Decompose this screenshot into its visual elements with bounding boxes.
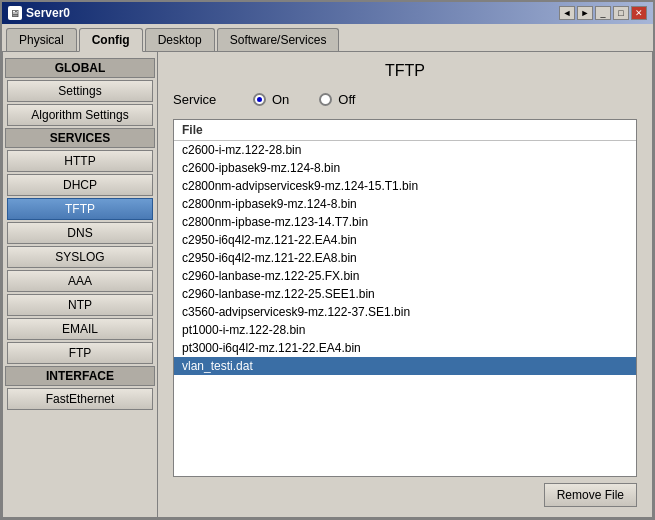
main-panel: TFTP Service On Off F bbox=[158, 52, 652, 517]
sidebar: GLOBAL Settings Algorithm Settings SERVI… bbox=[3, 52, 158, 517]
file-item[interactable]: c2950-i6q4l2-mz.121-22.EA4.bin bbox=[174, 231, 636, 249]
window-icon: 🖥 bbox=[8, 6, 22, 20]
tab-bar: Physical Config Desktop Software/Service… bbox=[2, 24, 653, 51]
nav-back-btn[interactable]: ◄ bbox=[559, 6, 575, 20]
sidebar-btn-dns[interactable]: DNS bbox=[7, 222, 153, 244]
maximize-btn[interactable]: □ bbox=[613, 6, 629, 20]
file-item[interactable]: c3560-advipservicesk9-mz.122-37.SE1.bin bbox=[174, 303, 636, 321]
title-bar: 🖥 Server0 ◄ ► _ □ ✕ bbox=[2, 2, 653, 24]
tab-physical[interactable]: Physical bbox=[6, 28, 77, 51]
file-item[interactable]: c2800nm-ipbase-mz.123-14.T7.bin bbox=[174, 213, 636, 231]
tab-software-services[interactable]: Software/Services bbox=[217, 28, 340, 51]
panel-title: TFTP bbox=[173, 62, 637, 80]
file-item[interactable]: c2800nm-ipbasek9-mz.124-8.bin bbox=[174, 195, 636, 213]
radio-off-label: Off bbox=[338, 92, 355, 107]
file-item[interactable]: c2960-lanbase-mz.122-25.SEE1.bin bbox=[174, 285, 636, 303]
sidebar-btn-syslog[interactable]: SYSLOG bbox=[7, 246, 153, 268]
radio-off-circle bbox=[319, 93, 332, 106]
window-title: Server0 bbox=[26, 6, 70, 20]
sidebar-btn-dhcp[interactable]: DHCP bbox=[7, 174, 153, 196]
bottom-bar: Remove File bbox=[173, 483, 637, 507]
sidebar-section-services: SERVICES bbox=[5, 128, 155, 148]
title-bar-left: 🖥 Server0 bbox=[8, 6, 70, 20]
file-list[interactable]: c2600-i-mz.122-28.binc2600-ipbasek9-mz.1… bbox=[174, 141, 636, 476]
sidebar-btn-aaa[interactable]: AAA bbox=[7, 270, 153, 292]
file-item[interactable]: pt1000-i-mz.122-28.bin bbox=[174, 321, 636, 339]
tab-desktop[interactable]: Desktop bbox=[145, 28, 215, 51]
file-panel: File c2600-i-mz.122-28.binc2600-ipbasek9… bbox=[173, 119, 637, 477]
file-item[interactable]: c2600-ipbasek9-mz.124-8.bin bbox=[174, 159, 636, 177]
title-controls: ◄ ► _ □ ✕ bbox=[559, 6, 647, 20]
sidebar-section-interface: INTERFACE bbox=[5, 366, 155, 386]
content-area: GLOBAL Settings Algorithm Settings SERVI… bbox=[2, 51, 653, 518]
radio-group: On Off bbox=[253, 92, 355, 107]
sidebar-btn-algorithm-settings[interactable]: Algorithm Settings bbox=[7, 104, 153, 126]
radio-on[interactable]: On bbox=[253, 92, 289, 107]
tab-config[interactable]: Config bbox=[79, 28, 143, 52]
sidebar-btn-settings[interactable]: Settings bbox=[7, 80, 153, 102]
radio-on-label: On bbox=[272, 92, 289, 107]
window: 🖥 Server0 ◄ ► _ □ ✕ Physical Config Desk… bbox=[0, 0, 655, 520]
service-row: Service On Off bbox=[173, 92, 637, 107]
file-item[interactable]: vlan_testi.dat bbox=[174, 357, 636, 375]
file-item[interactable]: pt3000-i6q4l2-mz.121-22.EA4.bin bbox=[174, 339, 636, 357]
sidebar-btn-http[interactable]: HTTP bbox=[7, 150, 153, 172]
file-item[interactable]: c2800nm-advipservicesk9-mz.124-15.T1.bin bbox=[174, 177, 636, 195]
close-btn[interactable]: ✕ bbox=[631, 6, 647, 20]
file-item[interactable]: c2960-lanbase-mz.122-25.FX.bin bbox=[174, 267, 636, 285]
service-label: Service bbox=[173, 92, 233, 107]
minimize-btn[interactable]: _ bbox=[595, 6, 611, 20]
radio-off[interactable]: Off bbox=[319, 92, 355, 107]
sidebar-section-global: GLOBAL bbox=[5, 58, 155, 78]
nav-forward-btn[interactable]: ► bbox=[577, 6, 593, 20]
file-item[interactable]: c2950-i6q4l2-mz.121-22.EA8.bin bbox=[174, 249, 636, 267]
file-item[interactable]: c2600-i-mz.122-28.bin bbox=[174, 141, 636, 159]
file-header: File bbox=[174, 120, 636, 141]
sidebar-btn-tftp[interactable]: TFTP bbox=[7, 198, 153, 220]
sidebar-btn-ftp[interactable]: FTP bbox=[7, 342, 153, 364]
sidebar-btn-fastethernet[interactable]: FastEthernet bbox=[7, 388, 153, 410]
radio-on-circle bbox=[253, 93, 266, 106]
remove-file-button[interactable]: Remove File bbox=[544, 483, 637, 507]
sidebar-btn-email[interactable]: EMAIL bbox=[7, 318, 153, 340]
sidebar-btn-ntp[interactable]: NTP bbox=[7, 294, 153, 316]
